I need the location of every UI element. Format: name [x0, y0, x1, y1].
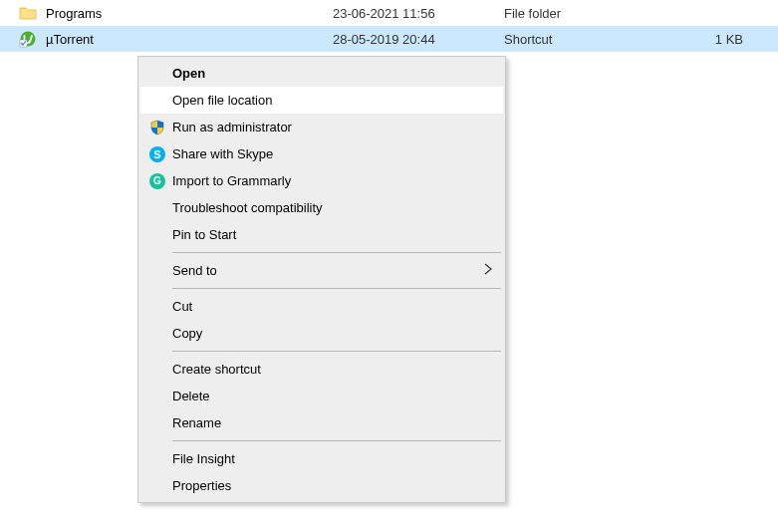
blank-icon: [146, 63, 168, 85]
menu-separator: [172, 440, 501, 441]
menu-label: Cut: [172, 299, 493, 314]
menu-label: Open file location: [172, 93, 493, 108]
menu-label: File Insight: [172, 451, 493, 466]
menu-separator: [172, 252, 501, 253]
menu-label: Share with Skype: [172, 146, 493, 161]
skype-icon: S: [146, 143, 168, 165]
menu-label: Run as administrator: [172, 120, 493, 134]
menu-import-grammarly[interactable]: G Import to Grammarly: [140, 167, 503, 194]
menu-cut[interactable]: Cut: [140, 293, 503, 320]
blank-icon: [146, 90, 168, 112]
file-name: µTorrent: [46, 32, 94, 47]
blank-icon: [146, 448, 168, 470]
blank-icon: [146, 359, 168, 381]
menu-label: Copy: [172, 326, 493, 341]
file-type: File folder: [504, 6, 695, 21]
file-date: 23-06-2021 11:56: [333, 6, 504, 21]
blank-icon: [146, 260, 168, 282]
menu-separator: [172, 288, 501, 289]
menu-troubleshoot[interactable]: Troubleshoot compatibility: [140, 194, 503, 221]
file-row[interactable]: Programs 23-06-2021 11:56 File folder: [0, 0, 778, 26]
blank-icon: [146, 296, 168, 318]
menu-label: Properties: [172, 478, 493, 493]
file-size: 1 KB: [695, 32, 751, 47]
menu-copy[interactable]: Copy: [140, 320, 503, 347]
file-list: Programs 23-06-2021 11:56 File folder µT…: [0, 0, 778, 52]
menu-file-insight[interactable]: File Insight: [140, 445, 503, 472]
folder-icon: [18, 3, 38, 23]
menu-label: Delete: [172, 389, 493, 403]
file-type: Shortcut: [504, 32, 695, 47]
menu-create-shortcut[interactable]: Create shortcut: [140, 356, 503, 383]
menu-separator: [172, 351, 501, 352]
menu-delete[interactable]: Delete: [140, 383, 503, 409]
shield-icon: [146, 117, 168, 138]
file-row[interactable]: µTorrent 28-05-2019 20:44 Shortcut 1 KB: [0, 26, 778, 52]
blank-icon: [146, 412, 168, 434]
menu-send-to[interactable]: Send to: [140, 257, 503, 284]
menu-pin-start[interactable]: Pin to Start: [140, 221, 503, 248]
menu-label: Create shortcut: [172, 362, 493, 377]
grammarly-icon: G: [146, 170, 168, 192]
blank-icon: [146, 197, 168, 219]
menu-open[interactable]: Open: [140, 60, 503, 87]
chevron-right-icon: [483, 263, 493, 278]
context-menu: Open Open file location Run as administr…: [137, 56, 506, 503]
menu-label: Rename: [172, 415, 493, 430]
menu-label: Troubleshoot compatibility: [172, 200, 493, 215]
menu-label: Pin to Start: [172, 227, 493, 242]
menu-share-skype[interactable]: S Share with Skype: [140, 140, 503, 167]
menu-properties[interactable]: Properties: [140, 472, 503, 499]
menu-rename[interactable]: Rename: [140, 409, 503, 436]
utorrent-icon: [18, 29, 38, 49]
menu-run-as-admin[interactable]: Run as administrator: [140, 114, 503, 140]
blank-icon: [146, 386, 168, 407]
blank-icon: [146, 224, 168, 246]
menu-label: Import to Grammarly: [172, 173, 493, 188]
menu-open-file-location[interactable]: Open file location: [140, 87, 503, 114]
file-date: 28-05-2019 20:44: [333, 32, 504, 47]
file-name: Programs: [46, 6, 102, 21]
blank-icon: [146, 475, 168, 497]
menu-label: Send to: [172, 263, 483, 278]
blank-icon: [146, 323, 168, 345]
menu-label: Open: [172, 66, 493, 81]
